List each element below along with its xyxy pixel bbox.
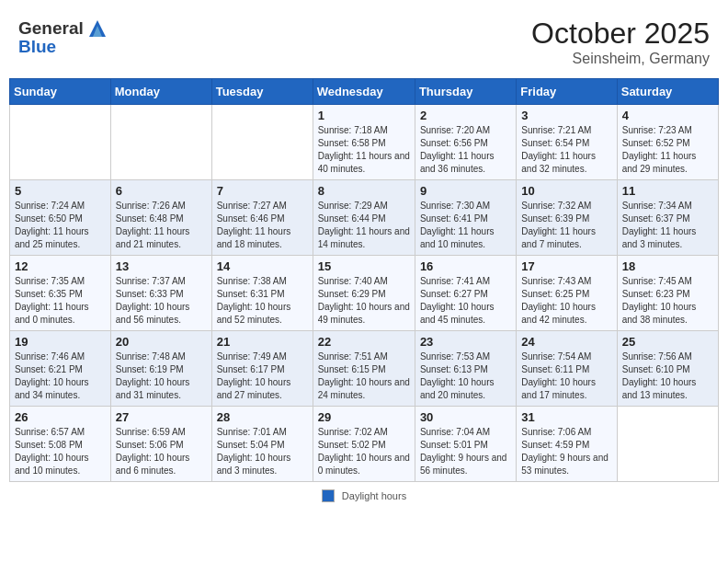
day-info: Sunrise: 7:34 AMSunset: 6:37 PMDaylight:… — [622, 200, 713, 251]
calendar-cell: 7Sunrise: 7:27 AMSunset: 6:46 PMDaylight… — [211, 180, 313, 256]
calendar-table: SundayMondayTuesdayWednesdayThursdayFrid… — [9, 78, 719, 482]
day-info: Sunrise: 7:23 AMSunset: 6:52 PMDaylight:… — [622, 124, 713, 176]
day-number: 10 — [521, 184, 611, 198]
calendar-cell — [617, 407, 718, 482]
day-number: 3 — [521, 109, 611, 122]
calendar-cell: 1Sunrise: 7:18 AMSunset: 6:58 PMDaylight… — [313, 105, 415, 180]
calendar-cell: 27Sunrise: 6:59 AMSunset: 5:06 PMDayligh… — [110, 407, 211, 482]
day-number: 4 — [622, 109, 713, 122]
calendar-cell — [110, 105, 211, 180]
day-info: Sunrise: 7:38 AMSunset: 6:31 PMDaylight:… — [217, 275, 308, 327]
calendar-cell — [211, 105, 313, 180]
day-number: 21 — [217, 335, 308, 349]
day-info: Sunrise: 7:56 AMSunset: 6:10 PMDaylight:… — [622, 350, 713, 402]
col-header-tuesday: Tuesday — [211, 79, 313, 105]
col-header-thursday: Thursday — [415, 79, 516, 105]
calendar-cell: 4Sunrise: 7:23 AMSunset: 6:52 PMDaylight… — [617, 105, 718, 180]
day-number: 23 — [420, 335, 511, 349]
calendar-cell: 10Sunrise: 7:32 AMSunset: 6:39 PMDayligh… — [517, 180, 617, 256]
day-info: Sunrise: 7:01 AMSunset: 5:04 PMDaylight:… — [217, 426, 308, 477]
day-info: Sunrise: 7:32 AMSunset: 6:39 PMDaylight:… — [521, 200, 611, 251]
calendar-week-1: 1Sunrise: 7:18 AMSunset: 6:58 PMDaylight… — [10, 105, 719, 180]
col-header-wednesday: Wednesday — [313, 79, 415, 105]
calendar-cell — [10, 105, 111, 180]
calendar-week-2: 5Sunrise: 7:24 AMSunset: 6:50 PMDaylight… — [10, 180, 719, 256]
calendar-cell: 3Sunrise: 7:21 AMSunset: 6:54 PMDaylight… — [517, 105, 617, 180]
day-number: 13 — [116, 259, 207, 273]
calendar-cell: 6Sunrise: 7:26 AMSunset: 6:48 PMDaylight… — [110, 180, 211, 256]
logo: General Blue — [18, 17, 109, 57]
day-info: Sunrise: 7:35 AMSunset: 6:35 PMDaylight:… — [15, 275, 106, 327]
day-info: Sunrise: 7:41 AMSunset: 6:27 PMDaylight:… — [420, 275, 511, 327]
day-info: Sunrise: 7:18 AMSunset: 6:58 PMDaylight:… — [318, 124, 410, 176]
day-number: 18 — [622, 259, 713, 273]
calendar-cell: 18Sunrise: 7:45 AMSunset: 6:23 PMDayligh… — [617, 256, 718, 331]
day-number: 26 — [15, 410, 106, 424]
day-info: Sunrise: 7:51 AMSunset: 6:15 PMDaylight:… — [318, 350, 410, 402]
day-number: 29 — [318, 410, 410, 424]
page-header: General Blue October 2025 Seinsheim, Ger… — [9, 9, 719, 78]
day-number: 19 — [15, 335, 106, 349]
calendar-cell: 14Sunrise: 7:38 AMSunset: 6:31 PMDayligh… — [211, 256, 313, 331]
calendar-cell: 26Sunrise: 6:57 AMSunset: 5:08 PMDayligh… — [10, 407, 111, 482]
calendar-header-row: SundayMondayTuesdayWednesdayThursdayFrid… — [10, 79, 719, 105]
day-info: Sunrise: 7:26 AMSunset: 6:48 PMDaylight:… — [116, 200, 207, 251]
day-info: Sunrise: 7:24 AMSunset: 6:50 PMDaylight:… — [15, 200, 106, 251]
calendar-cell: 9Sunrise: 7:30 AMSunset: 6:41 PMDaylight… — [415, 180, 516, 256]
calendar-cell: 25Sunrise: 7:56 AMSunset: 6:10 PMDayligh… — [617, 331, 718, 407]
col-header-friday: Friday — [517, 79, 617, 105]
day-info: Sunrise: 7:04 AMSunset: 5:01 PMDaylight:… — [420, 426, 511, 477]
day-info: Sunrise: 7:53 AMSunset: 6:13 PMDaylight:… — [420, 350, 511, 402]
day-info: Sunrise: 7:45 AMSunset: 6:23 PMDaylight:… — [622, 275, 713, 327]
calendar-cell: 17Sunrise: 7:43 AMSunset: 6:25 PMDayligh… — [517, 256, 617, 331]
day-info: Sunrise: 7:43 AMSunset: 6:25 PMDaylight:… — [521, 275, 611, 327]
day-number: 1 — [318, 109, 410, 122]
day-number: 11 — [622, 184, 713, 198]
day-info: Sunrise: 7:02 AMSunset: 5:02 PMDaylight:… — [318, 426, 410, 477]
calendar-cell: 20Sunrise: 7:48 AMSunset: 6:19 PMDayligh… — [110, 331, 211, 407]
day-number: 25 — [622, 335, 713, 349]
calendar-cell: 19Sunrise: 7:46 AMSunset: 6:21 PMDayligh… — [10, 331, 111, 407]
calendar-cell: 12Sunrise: 7:35 AMSunset: 6:35 PMDayligh… — [10, 256, 111, 331]
calendar-cell: 13Sunrise: 7:37 AMSunset: 6:33 PMDayligh… — [110, 256, 211, 331]
calendar-cell: 30Sunrise: 7:04 AMSunset: 5:01 PMDayligh… — [415, 407, 516, 482]
calendar-cell: 24Sunrise: 7:54 AMSunset: 6:11 PMDayligh… — [517, 331, 617, 407]
calendar-cell: 16Sunrise: 7:41 AMSunset: 6:27 PMDayligh… — [415, 256, 516, 331]
day-info: Sunrise: 7:48 AMSunset: 6:19 PMDaylight:… — [116, 350, 207, 402]
day-info: Sunrise: 6:57 AMSunset: 5:08 PMDaylight:… — [15, 426, 106, 477]
day-number: 15 — [318, 259, 410, 273]
calendar-cell: 21Sunrise: 7:49 AMSunset: 6:17 PMDayligh… — [211, 331, 313, 407]
calendar-week-3: 12Sunrise: 7:35 AMSunset: 6:35 PMDayligh… — [10, 256, 719, 331]
day-number: 8 — [318, 184, 410, 198]
calendar-week-5: 26Sunrise: 6:57 AMSunset: 5:08 PMDayligh… — [10, 407, 719, 482]
calendar-cell: 29Sunrise: 7:02 AMSunset: 5:02 PMDayligh… — [313, 407, 415, 482]
calendar-subtitle: Seinsheim, Germany — [531, 51, 710, 67]
day-number: 9 — [420, 184, 511, 198]
day-info: Sunrise: 7:27 AMSunset: 6:46 PMDaylight:… — [217, 200, 308, 251]
day-number: 20 — [116, 335, 207, 349]
calendar-cell: 22Sunrise: 7:51 AMSunset: 6:15 PMDayligh… — [313, 331, 415, 407]
col-header-monday: Monday — [110, 79, 211, 105]
col-header-saturday: Saturday — [617, 79, 718, 105]
logo-icon — [85, 17, 109, 40]
calendar-cell: 8Sunrise: 7:29 AMSunset: 6:44 PMDaylight… — [313, 180, 415, 256]
calendar-cell: 28Sunrise: 7:01 AMSunset: 5:04 PMDayligh… — [211, 407, 313, 482]
day-number: 5 — [15, 184, 106, 198]
day-info: Sunrise: 7:49 AMSunset: 6:17 PMDaylight:… — [217, 350, 308, 402]
day-info: Sunrise: 7:30 AMSunset: 6:41 PMDaylight:… — [420, 200, 511, 251]
day-info: Sunrise: 7:40 AMSunset: 6:29 PMDaylight:… — [318, 275, 410, 327]
day-info: Sunrise: 6:59 AMSunset: 5:06 PMDaylight:… — [116, 426, 207, 477]
day-info: Sunrise: 7:06 AMSunset: 4:59 PMDaylight:… — [521, 426, 611, 477]
day-info: Sunrise: 7:21 AMSunset: 6:54 PMDaylight:… — [521, 124, 611, 176]
day-number: 24 — [521, 335, 611, 349]
day-number: 28 — [217, 410, 308, 424]
calendar-week-4: 19Sunrise: 7:46 AMSunset: 6:21 PMDayligh… — [10, 331, 719, 407]
calendar-cell: 15Sunrise: 7:40 AMSunset: 6:29 PMDayligh… — [313, 256, 415, 331]
day-info: Sunrise: 7:20 AMSunset: 6:56 PMDaylight:… — [420, 124, 511, 176]
day-number: 7 — [217, 184, 308, 198]
day-info: Sunrise: 7:46 AMSunset: 6:21 PMDaylight:… — [15, 350, 106, 402]
calendar-cell: 5Sunrise: 7:24 AMSunset: 6:50 PMDaylight… — [10, 180, 111, 256]
day-info: Sunrise: 7:37 AMSunset: 6:33 PMDaylight:… — [116, 275, 207, 327]
calendar-cell: 11Sunrise: 7:34 AMSunset: 6:37 PMDayligh… — [617, 180, 718, 256]
calendar-footer: Daylight hours — [9, 489, 719, 502]
